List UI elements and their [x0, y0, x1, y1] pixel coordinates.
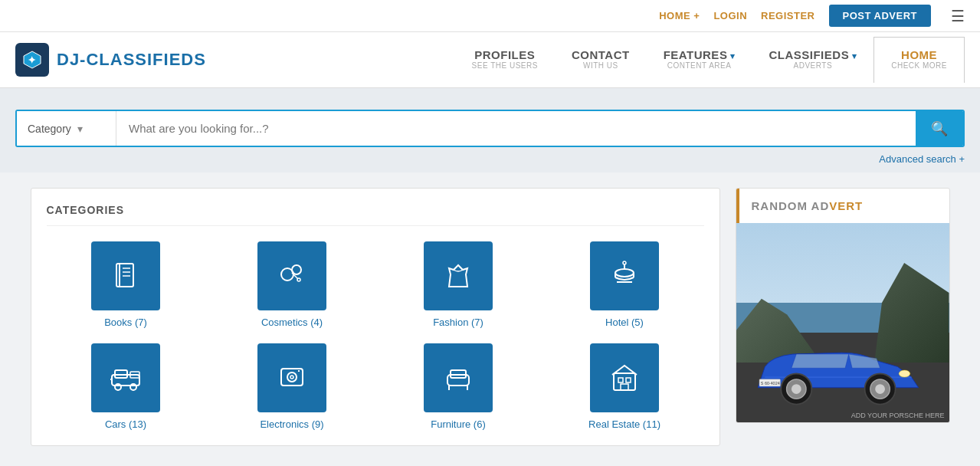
- category-dropdown[interactable]: Category ▾: [17, 111, 116, 146]
- category-arrow-icon: ▾: [77, 123, 105, 135]
- svg-rect-31: [614, 373, 635, 390]
- books-icon-box: [91, 241, 160, 310]
- fashion-label: Fashion (7): [433, 317, 483, 328]
- furniture-label: Furniture (6): [431, 418, 486, 430]
- books-label: Books (7): [104, 317, 147, 328]
- svg-point-24: [287, 372, 297, 382]
- nav-home-sub: CHECK MORE: [891, 61, 947, 70]
- car-image: S 60·4024 ADD YOUR PORSCHE HERE: [736, 223, 949, 422]
- logo[interactable]: ✦ DJ-CLASSIFIEDS: [15, 32, 455, 87]
- category-realestate[interactable]: Real Estate (11): [546, 343, 704, 430]
- svg-point-37: [791, 384, 801, 394]
- category-hotel[interactable]: Hotel (5): [546, 241, 704, 328]
- svg-rect-33: [626, 378, 631, 382]
- svg-point-10: [297, 278, 300, 281]
- logo-icon: ✦: [15, 43, 49, 77]
- content-area: CATEGORIES Books (7): [15, 188, 965, 446]
- svg-rect-34: [621, 384, 628, 390]
- nav-item-classifieds[interactable]: CLASSIFIEDS ADVERTS: [752, 38, 873, 83]
- nav-links: PROFILES SEE THE USERS CONTACT WITH US F…: [455, 37, 965, 83]
- svg-point-43: [899, 370, 910, 377]
- svg-text:✦: ✦: [28, 54, 37, 66]
- nav-classifieds-label: CLASSIFIEDS: [769, 48, 857, 61]
- svg-rect-32: [618, 378, 623, 382]
- post-advert-button[interactable]: POST ADVERT: [829, 5, 931, 27]
- realestate-label: Real Estate (11): [588, 418, 660, 430]
- random-advert-title: RANDOM ADVERT: [736, 189, 949, 223]
- svg-text:S 60·4024: S 60·4024: [760, 381, 779, 386]
- search-input[interactable]: [116, 111, 916, 146]
- nav-item-contact[interactable]: CONTACT WITH US: [555, 38, 647, 83]
- cosmetics-icon-box: [257, 241, 326, 310]
- nav-contact-sub: WITH US: [583, 61, 618, 70]
- home-link[interactable]: HOME +: [659, 10, 700, 21]
- car-caption: ADD YOUR PORSCHE HERE: [851, 412, 945, 419]
- top-bar: HOME + LOGIN REGISTER POST ADVERT ☰: [0, 0, 980, 32]
- register-link[interactable]: REGISTER: [761, 10, 814, 21]
- logo-text: DJ-CLASSIFIEDS: [57, 50, 206, 70]
- random-advert-panel: RANDOM ADVERT: [736, 188, 950, 423]
- advanced-search-link[interactable]: Advanced search +: [879, 153, 965, 165]
- cosmetics-label: Cosmetics (4): [261, 317, 323, 328]
- hotel-icon-box: [590, 241, 659, 310]
- search-button[interactable]: 🔍: [916, 111, 963, 146]
- category-cars[interactable]: Cars (13): [47, 343, 205, 430]
- nav-features-sub: CONTENT AREA: [667, 61, 732, 70]
- category-fashion[interactable]: Fashion (7): [379, 241, 538, 328]
- nav-contact-label: CONTACT: [572, 48, 630, 61]
- category-furniture[interactable]: Furniture (6): [379, 343, 538, 430]
- categories-panel: CATEGORIES Books (7): [31, 188, 720, 446]
- category-electronics[interactable]: Electronics (9): [213, 343, 372, 430]
- nav-home-label: HOME: [901, 48, 937, 61]
- nav-profiles-label: PROFILES: [474, 48, 535, 61]
- nav-features-label: FEATURES: [664, 48, 736, 61]
- hamburger-icon[interactable]: ☰: [951, 7, 965, 25]
- nav-profiles-sub: SEE THE USERS: [472, 61, 538, 70]
- svg-point-25: [290, 376, 293, 379]
- category-cosmetics[interactable]: Cosmetics (4): [213, 241, 372, 328]
- svg-point-11: [615, 269, 634, 277]
- svg-point-8: [292, 265, 301, 274]
- search-bar: Category ▾ 🔍: [15, 110, 965, 147]
- nav-item-home[interactable]: HOME CHECK MORE: [873, 37, 965, 83]
- nav-item-features[interactable]: FEATURES CONTENT AREA: [647, 38, 752, 83]
- furniture-icon-box: [424, 343, 493, 412]
- category-books[interactable]: Books (7): [47, 241, 205, 328]
- random-advert-highlight: VERT: [829, 199, 863, 212]
- login-link[interactable]: LOGIN: [713, 10, 747, 21]
- fashion-icon-box: [424, 241, 493, 310]
- electronics-label: Electronics (9): [260, 418, 323, 430]
- cars-label: Cars (13): [105, 418, 146, 430]
- cars-icon-box: [91, 343, 160, 412]
- nav-item-profiles[interactable]: PROFILES SEE THE USERS: [455, 38, 555, 83]
- hotel-label: Hotel (5): [605, 317, 644, 328]
- svg-point-15: [623, 261, 626, 264]
- svg-point-40: [875, 384, 885, 394]
- sidebar: RANDOM ADVERT: [736, 188, 950, 423]
- categories-title: CATEGORIES: [47, 204, 704, 226]
- advanced-search-container: Advanced search +: [15, 153, 965, 165]
- search-icon: 🔍: [931, 121, 948, 136]
- nav-classifieds-sub: ADVERTS: [794, 61, 833, 70]
- search-section: Category ▾ 🔍 Advanced search +: [0, 88, 980, 172]
- electronics-icon-box: [257, 343, 326, 412]
- main-nav: ✦ DJ-CLASSIFIEDS PROFILES SEE THE USERS …: [0, 32, 980, 88]
- realestate-icon-box: [590, 343, 659, 412]
- category-label: Category: [28, 123, 71, 135]
- categories-grid: Books (7) Cosmetics (4): [47, 241, 704, 430]
- car-svg: S 60·4024: [744, 339, 939, 409]
